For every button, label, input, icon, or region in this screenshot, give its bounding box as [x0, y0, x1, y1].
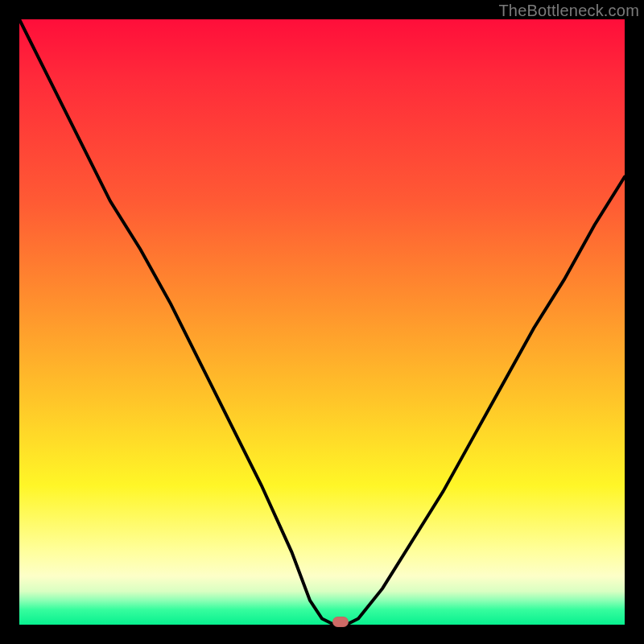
optimum-marker — [332, 617, 349, 627]
plot-area — [19, 19, 625, 625]
chart-frame: TheBottleneck.com — [0, 0, 644, 644]
watermark-text: TheBottleneck.com — [498, 2, 639, 20]
bottleneck-curve — [19, 19, 625, 625]
curve-path — [19, 19, 625, 625]
